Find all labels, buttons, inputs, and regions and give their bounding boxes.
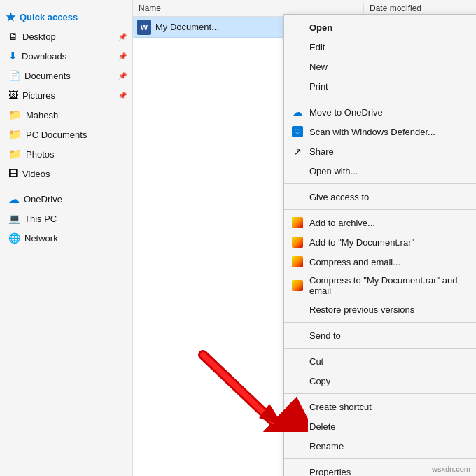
sidebar-item-onedrive[interactable]: ☁ OneDrive (0, 189, 132, 209)
sidebar-item-photos[interactable]: 📁 Photos (0, 144, 132, 164)
word-icon: W (137, 20, 151, 35)
winrar-icon-4 (291, 279, 304, 292)
pin-icon: 📌 (118, 92, 127, 99)
menu-item-open[interactable]: Open (284, 18, 476, 37)
documents-icon: 📄 (8, 70, 20, 81)
sidebar-item-label: OneDrive (24, 194, 62, 204)
separator-1 (284, 99, 476, 99)
menu-item-print[interactable]: Print (284, 76, 476, 96)
separator-7 (284, 458, 476, 459)
quick-access-label: Quick access (20, 12, 78, 22)
downloads-icon: ⬇ (8, 50, 18, 62)
folder-icon: 📁 (8, 148, 22, 160)
sidebar-item-label: PC Documents (26, 130, 87, 140)
file-icon-container: W (133, 20, 155, 35)
menu-item-add-archive[interactable]: Add to archive... (284, 213, 476, 232)
sidebar-item-mahesh[interactable]: 📁 Mahesh (0, 105, 132, 125)
menu-item-restore-versions[interactable]: Restore previous versions (284, 300, 476, 319)
svg-line-2 (203, 355, 273, 421)
menu-item-give-access[interactable]: Give access to › (284, 187, 476, 206)
separator-5 (284, 348, 476, 349)
sidebar-item-label: Pictures (22, 90, 55, 101)
svg-line-1 (203, 355, 273, 421)
menu-item-compress-email[interactable]: Compress and email... (284, 252, 476, 272)
menu-item-delete[interactable]: Delete (284, 416, 476, 436)
onedrive-menu-icon: ☁ (291, 106, 304, 118)
menu-item-send-to[interactable]: Send to › (284, 326, 476, 345)
menu-item-copy[interactable]: Copy (284, 371, 476, 391)
sidebar-item-label: This PC (24, 214, 57, 224)
sidebar-item-label: Desktop (22, 31, 56, 42)
sidebar-item-label: Videos (22, 169, 50, 179)
sidebar-item-label: Documents (24, 71, 71, 81)
svg-marker-3 (259, 404, 284, 426)
sidebar-item-downloads[interactable]: ⬇ Downloads 📌 (0, 46, 132, 66)
sidebar-item-label: Mahesh (26, 110, 58, 120)
sidebar-item-documents[interactable]: 📄 Documents 📌 (0, 66, 132, 85)
column-date[interactable]: Date modified (364, 4, 476, 13)
defender-menu-icon: 🛡 (291, 125, 304, 138)
separator-3 (284, 209, 476, 210)
sidebar-item-thispc[interactable]: 💻 This PC (0, 209, 132, 228)
share-menu-icon: ↗ (291, 145, 304, 158)
menu-item-edit[interactable]: Edit (284, 37, 476, 57)
winrar-icon-1 (291, 216, 304, 229)
context-menu: Open Edit New Print ☁ Move to OneDrive (284, 14, 476, 476)
menu-item-cut[interactable]: Cut (284, 351, 476, 371)
quick-access-header: ★ Quick access (0, 6, 132, 27)
menu-item-compress-rar-email[interactable]: Compress to "My Document.rar" and email (284, 272, 476, 300)
explorer-window: ★ Quick access 🖥 Desktop 📌 ⬇ Downloads 📌… (0, 0, 476, 476)
desktop-icon: 🖥 (8, 31, 18, 42)
menu-item-share[interactable]: ↗ Share (284, 141, 476, 161)
watermark: wsxdn.com (432, 465, 470, 473)
sidebar-item-label: Network (24, 233, 58, 244)
network-icon: 🌐 (8, 232, 20, 244)
main-area: Name Date modified W My Document... 27-0… (133, 0, 476, 476)
separator-2 (284, 183, 476, 184)
pictures-icon: 🖼 (8, 90, 18, 101)
sidebar-item-network[interactable]: 🌐 Network (0, 228, 132, 248)
menu-item-add-rar[interactable]: Add to "My Document.rar" (284, 232, 476, 252)
sidebar: ★ Quick access 🖥 Desktop 📌 ⬇ Downloads 📌… (0, 0, 133, 476)
winrar-icon-2 (291, 236, 304, 248)
pin-icon: 📌 (118, 33, 127, 41)
separator-6 (284, 393, 476, 394)
menu-item-move-onedrive[interactable]: ☁ Move to OneDrive (284, 102, 476, 122)
separator-4 (284, 322, 476, 323)
videos-icon: 🎞 (8, 168, 18, 179)
winrar-icon-3 (291, 255, 304, 268)
folder-icon: 📁 (8, 128, 22, 141)
menu-item-open-with[interactable]: Open with... (284, 161, 476, 181)
sidebar-item-desktop[interactable]: 🖥 Desktop 📌 (0, 27, 132, 46)
menu-item-new[interactable]: New (284, 57, 476, 76)
onedrive-icon: ☁ (8, 192, 20, 206)
sidebar-item-pictures[interactable]: 🖼 Pictures 📌 (0, 85, 132, 105)
star-icon: ★ (6, 10, 15, 24)
column-name[interactable]: Name (133, 4, 364, 13)
sidebar-item-pc-documents[interactable]: 📁 PC Documents (0, 125, 132, 144)
sidebar-item-label: Downloads (22, 51, 66, 62)
folder-icon: 📁 (8, 108, 22, 121)
pin-icon: 📌 (118, 52, 127, 60)
thispc-icon: 💻 (8, 213, 20, 224)
sidebar-item-label: Photos (26, 149, 54, 160)
sidebar-item-videos[interactable]: 🎞 Videos (0, 164, 132, 183)
menu-item-scan-defender[interactable]: 🛡 Scan with Windows Defender... (284, 122, 476, 141)
menu-item-rename[interactable]: Rename (284, 436, 476, 456)
menu-item-create-shortcut[interactable]: Create shortcut (284, 397, 476, 416)
pin-icon: 📌 (118, 72, 127, 80)
